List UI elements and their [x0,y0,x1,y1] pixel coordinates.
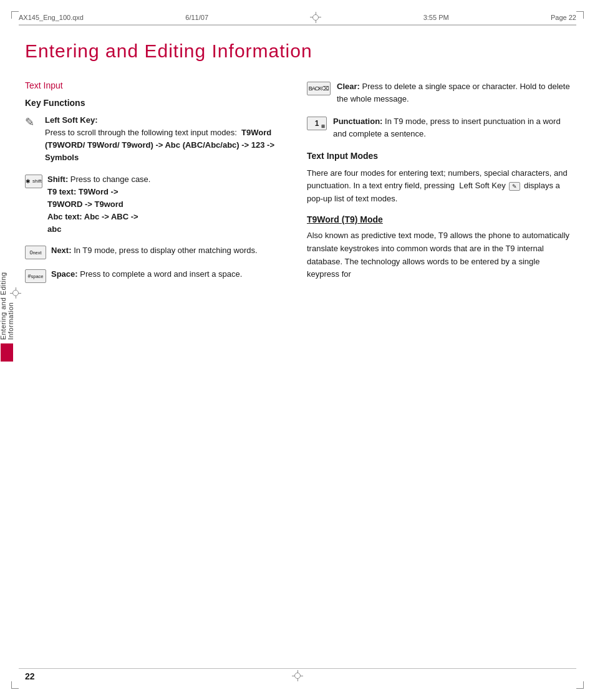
key-function-item-leftsoftkey: ✎ Left Soft Key: Press to scroll through… [25,114,288,165]
punctuation-text: Punctuation: In T9 mode, press to insert… [333,115,570,140]
clear-text: Clear: Press to delete a single space or… [337,80,570,105]
space-label: Space: [51,269,78,279]
inline-pencil-icon: ✎ [509,182,520,191]
corner-tl [11,11,19,19]
t9word-text: Also known as predictive text mode, T9 a… [307,229,570,281]
header-time: 3:55 PM [423,14,449,21]
page-title: Entering and Editing Information [25,41,570,62]
right-column: BACK⌫ Clear: Press to delete a single sp… [307,80,570,292]
shift-text: Shift: Press to change case. T9 text: T9… [47,173,150,236]
side-tab-bar [1,343,13,362]
right-function-item-punctuation: 1 ⊞ Punctuation: In T9 mode, press to in… [307,115,570,140]
corner-br [576,681,584,689]
next-icon: 0next [25,246,46,259]
two-col-layout: Text Input Key Functions ✎ Left Soft Key… [25,80,570,292]
main-content: Entering and Editing Information Text In… [25,34,570,663]
t9word-heading: T9Word (T9) Mode [307,214,570,224]
modes-intro-text: There are four modes for entering text; … [307,167,570,206]
subsection-key-functions: Key Functions [25,98,288,108]
top-divider [19,25,576,26]
header-crosshair [310,12,321,23]
bottom-crosshair [291,669,304,684]
header-bar: AX145_Eng_100.qxd 6/11/07 3:55 PM Page 2… [19,11,576,25]
next-label: Next: [51,246,72,255]
key-function-item-next: 0next Next: In T9 mode, press to display… [25,244,288,259]
left-soft-key-text: Left Soft Key: Press to scroll through t… [45,114,288,165]
back-icon: BACK⌫ [307,82,331,95]
key-function-item-space: #space Space: Press to complete a word a… [25,268,288,283]
left-crosshair [9,287,22,301]
page-number: 22 [25,671,35,681]
shift-icon: ✱ shift [25,175,42,188]
corner-bl [11,681,19,689]
modes-heading: Text Input Modes [307,151,570,161]
left-column: Text Input Key Functions ✎ Left Soft Key… [25,80,288,292]
header-page: Page 22 [551,14,576,21]
modes-section: Text Input Modes There are four modes fo… [307,151,570,282]
clear-label: Clear: [337,82,360,91]
space-text: Space: Press to complete a word and inse… [51,268,242,280]
punctuation-label: Punctuation: [333,117,382,126]
shift-label: Shift: [47,175,68,184]
corner-tr [576,11,584,19]
key-function-item-shift: ✱ shift Shift: Press to change case. T9 … [25,173,288,236]
left-soft-key-label: Left Soft Key: [45,115,98,125]
next-text: Next: In T9 mode, press to display other… [51,244,258,257]
header-filename: AX145_Eng_100.qxd [19,14,84,21]
header-date: 6/11/07 [185,14,208,21]
space-icon: #space [25,269,46,283]
left-soft-key-icon: ✎ [25,115,40,129]
section-heading-text-input: Text Input [25,80,288,90]
punctuation-icon: 1 ⊞ [307,117,327,130]
right-function-item-clear: BACK⌫ Clear: Press to delete a single sp… [307,80,570,105]
